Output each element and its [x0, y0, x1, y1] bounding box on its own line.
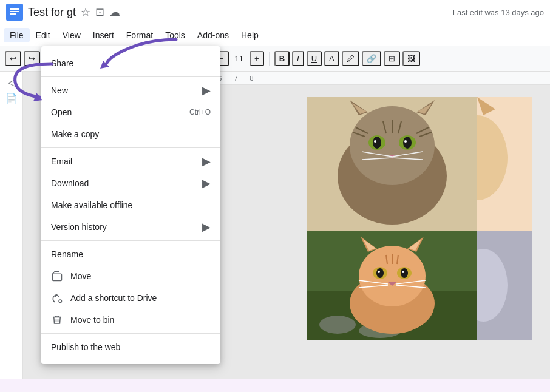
file-menu-version-history[interactable]: Version history ▶ — [41, 216, 220, 238]
move-to-bin-label: Move to bin — [70, 315, 114, 325]
file-menu-add-shortcut[interactable]: Add a shortcut to Drive — [41, 287, 220, 309]
add-shortcut-label: Add a shortcut to Drive — [70, 293, 157, 303]
publish-label: Publish to the web — [51, 342, 120, 352]
rename-label: Rename — [51, 249, 83, 259]
open-label: Open — [51, 107, 72, 117]
svg-point-59 — [59, 300, 62, 303]
svg-rect-58 — [53, 274, 62, 280]
dropdown-overlay[interactable]: Share New ▶ Open Ctrl+O Make a copy Emai… — [0, 0, 550, 392]
version-history-label: Version history — [51, 222, 107, 232]
email-arrow: ▶ — [202, 155, 211, 168]
file-menu-email[interactable]: Email ▶ — [41, 150, 220, 172]
menu-section-publish: Publish to the web — [41, 334, 220, 360]
shortcut-icon — [51, 292, 63, 303]
offline-label: Make available offline — [51, 200, 132, 210]
make-copy-label: Make a copy — [51, 129, 99, 139]
file-menu-publish[interactable]: Publish to the web — [41, 336, 220, 358]
move-label: Move — [70, 271, 91, 281]
file-menu-rename[interactable]: Rename — [41, 243, 220, 265]
download-arrow: ▶ — [202, 177, 211, 190]
new-arrow: ▶ — [202, 84, 211, 97]
open-shortcut: Ctrl+O — [189, 108, 211, 117]
menu-section-new: New ▶ Open Ctrl+O Make a copy — [41, 77, 220, 148]
file-menu-open[interactable]: Open Ctrl+O — [41, 101, 220, 123]
email-label: Email — [51, 157, 72, 166]
download-label: Download — [51, 178, 89, 188]
file-menu-new[interactable]: New ▶ — [41, 79, 220, 101]
file-menu-offline[interactable]: Make available offline — [41, 194, 220, 216]
version-history-arrow: ▶ — [202, 220, 211, 234]
trash-icon — [51, 314, 63, 325]
file-menu-move[interactable]: Move — [41, 265, 220, 287]
arrow-pointer-new — [0, 58, 55, 106]
file-menu-make-copy[interactable]: Make a copy — [41, 123, 220, 145]
move-icon — [51, 271, 63, 282]
arrow-pointer-share — [97, 33, 182, 70]
file-dropdown-menu: Share New ▶ Open Ctrl+O Make a copy Emai… — [41, 46, 220, 364]
file-menu-move-to-bin[interactable]: Move to bin — [41, 309, 220, 331]
menu-section-rename: Rename Move — [41, 241, 220, 334]
menu-section-email: Email ▶ Download ▶ Make available offlin… — [41, 148, 220, 241]
file-menu-download[interactable]: Download ▶ — [41, 172, 220, 194]
